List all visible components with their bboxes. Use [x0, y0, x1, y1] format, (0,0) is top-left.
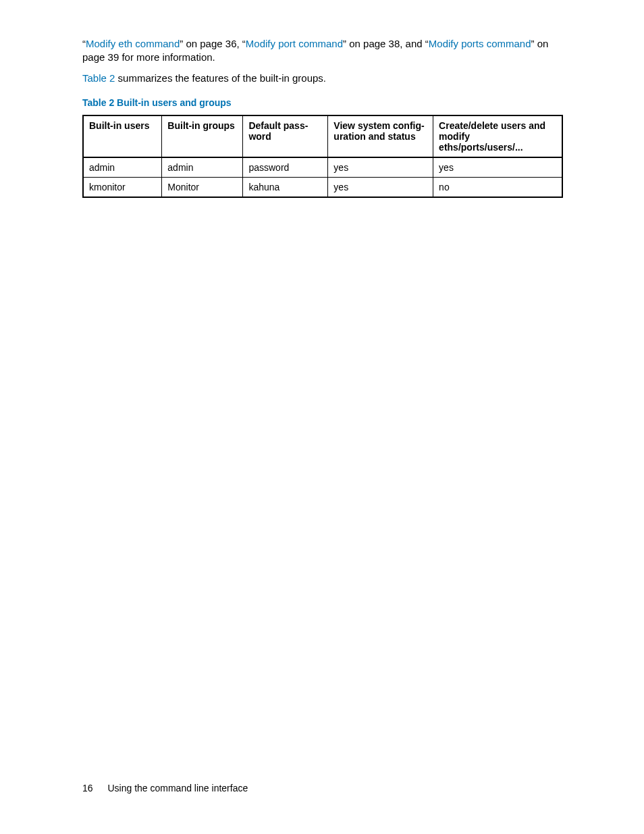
table-cell: password: [243, 157, 328, 178]
table-header: Default pass­word: [243, 115, 328, 157]
table-cell: yes: [328, 177, 433, 197]
table-caption: Table 2 Built-in users and groups: [82, 97, 570, 108]
table-cell: no: [433, 177, 562, 197]
table-cell: kahuna: [243, 177, 328, 197]
text: ” on page 36, “: [180, 38, 246, 49]
page-footer: 16 Using the command line interface: [82, 783, 248, 793]
link-modify-ports[interactable]: Modify ports command: [429, 38, 531, 49]
section-title: Using the command line interface: [107, 783, 248, 793]
table-cell: admin: [162, 157, 243, 178]
summary-paragraph: Table 2 summarizes the features of the b…: [82, 72, 570, 85]
table-cell: admin: [83, 157, 162, 178]
table-row: admin admin password yes yes: [83, 157, 562, 178]
table-header-row: Built-in users Built-in groups Default p…: [83, 115, 562, 157]
table-header: Built-in groups: [162, 115, 243, 157]
table-header: Create/delete users and modify eths/port…: [433, 115, 562, 157]
page-content: “Modify eth command” on page 36, “Modify…: [0, 0, 644, 834]
intro-paragraph: “Modify eth command” on page 36, “Modify…: [82, 37, 570, 65]
page-number: 16: [82, 783, 93, 793]
link-modify-port[interactable]: Modify port command: [246, 38, 343, 49]
table-cell: kmonitor: [83, 177, 162, 197]
table-cell: yes: [328, 157, 433, 178]
table-header: Built-in users: [83, 115, 162, 157]
text: ” on page 38, and “: [343, 38, 429, 49]
link-modify-eth[interactable]: Modify eth command: [86, 38, 180, 49]
table-row: kmonitor Monitor kahuna yes no: [83, 177, 562, 197]
link-table-2[interactable]: Table 2: [82, 72, 115, 84]
table-cell: yes: [433, 157, 562, 178]
text: summarizes the features of the built-in …: [115, 72, 326, 84]
table-cell: Monitor: [162, 177, 243, 197]
builtin-users-table: Built-in users Built-in groups Default p…: [82, 115, 563, 198]
table-header: View system config­uration and status: [328, 115, 433, 157]
